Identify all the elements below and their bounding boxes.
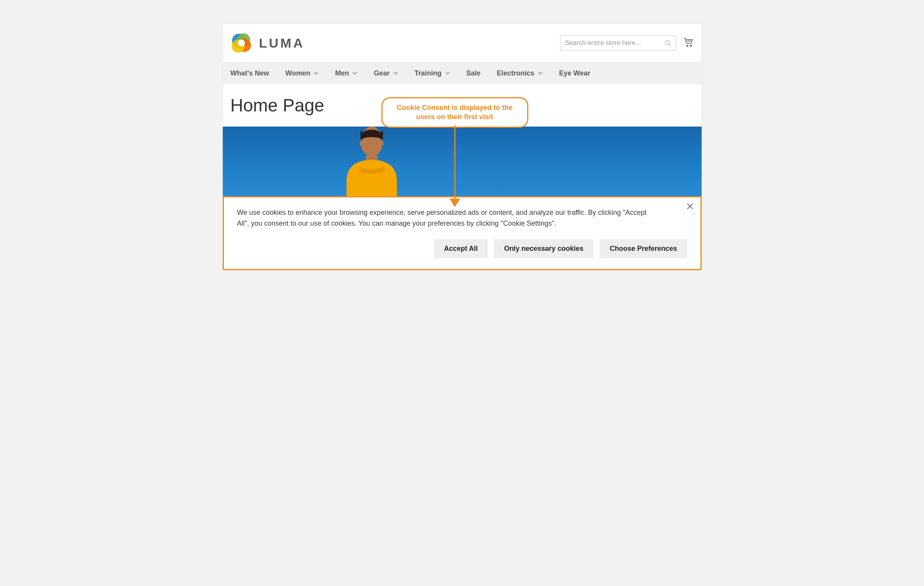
search-box[interactable] — [560, 35, 676, 51]
nav-item-gear[interactable]: Gear — [374, 69, 398, 77]
page-title: Home Page — [223, 84, 702, 127]
nav-label: Training — [415, 69, 442, 77]
nav-item-training[interactable]: Training — [415, 69, 450, 77]
nav-item-whats-new[interactable]: What's New — [231, 69, 269, 77]
chevron-down-icon — [313, 70, 319, 76]
nav-label: Men — [335, 69, 349, 77]
svg-point-9 — [687, 45, 688, 46]
accept-all-button[interactable]: Accept All — [434, 239, 488, 258]
nav-label: Eye Wear — [559, 69, 591, 77]
search-input[interactable] — [565, 39, 664, 47]
nav-label: Women — [285, 69, 311, 77]
nav-item-eye-wear[interactable]: Eye Wear — [559, 69, 591, 77]
svg-point-4 — [238, 39, 245, 46]
only-necessary-button[interactable]: Only necessary cookies — [494, 239, 593, 258]
nav-label: Sale — [466, 69, 481, 77]
hero-person-image — [335, 127, 408, 196]
nav-label: Electronics — [497, 69, 535, 77]
cookie-buttons: Accept All Only necessary cookies Choose… — [237, 239, 687, 258]
close-icon[interactable] — [687, 203, 693, 211]
chevron-down-icon — [445, 70, 450, 76]
nav-label: Gear — [374, 69, 389, 77]
svg-line-6 — [669, 44, 670, 46]
nav-item-electronics[interactable]: Electronics — [497, 69, 543, 77]
logo[interactable]: LUMA — [231, 32, 305, 54]
svg-point-10 — [690, 45, 692, 46]
cart-icon[interactable] — [683, 37, 694, 49]
search-icon[interactable] — [664, 39, 672, 47]
nav-item-sale[interactable]: Sale — [466, 69, 481, 77]
chevron-down-icon — [352, 70, 357, 76]
nav-item-women[interactable]: Women — [285, 69, 319, 77]
svg-point-5 — [665, 40, 670, 45]
header-right — [560, 35, 694, 51]
cookie-message: We use cookies to enhance your browsing … — [237, 207, 670, 229]
brand-name: LUMA — [259, 36, 305, 51]
chevron-down-icon — [393, 70, 398, 76]
cookie-consent-banner: We use cookies to enhance your browsing … — [223, 196, 702, 270]
nav-label: What's New — [231, 69, 269, 77]
hero-background — [223, 127, 702, 196]
page-frame: LUMA — [222, 23, 702, 271]
luma-logo-icon — [231, 32, 252, 54]
header: LUMA — [223, 24, 702, 62]
chevron-down-icon — [538, 70, 543, 76]
choose-preferences-button[interactable]: Choose Preferences — [599, 239, 687, 258]
hero-banner — [223, 127, 702, 196]
main-nav: What's New Women Men Gear Training — [223, 62, 702, 84]
nav-item-men[interactable]: Men — [335, 69, 357, 77]
